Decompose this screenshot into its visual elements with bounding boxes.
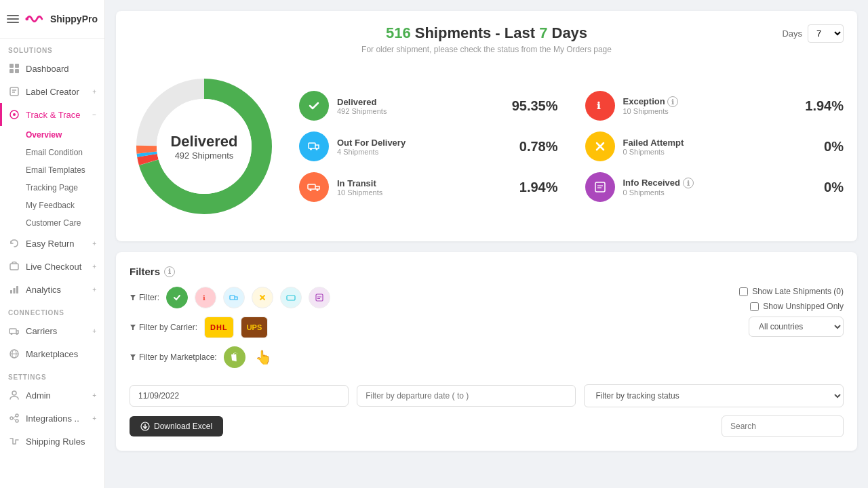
exception-info-icon[interactable]: ℹ — [667, 96, 678, 107]
carrier-ups[interactable]: UPS — [241, 317, 269, 338]
out-for-delivery-pct: 0.78% — [519, 139, 558, 155]
svg-rect-1 — [9, 64, 14, 68]
sidebar-item-shipping-rules[interactable]: Shipping Rules — [0, 430, 104, 453]
title-end: Days — [552, 24, 588, 41]
sidebar-sub-email-templates[interactable]: Email Templates — [0, 161, 104, 179]
sidebar-item-track-trace[interactable]: Track & Trace − — [0, 103, 104, 126]
filter-inputs-row: Filter by tracking status — [130, 384, 844, 407]
dashboard-icon — [8, 62, 20, 75]
carrier-filter-label: Filter by Carrier: — [130, 323, 197, 332]
stat-info-received: Info Received ℹ 0 Shipments 0% — [585, 172, 844, 202]
download-excel-button[interactable]: Download Excel — [130, 416, 223, 436]
stat-out-for-delivery: Out For Delivery 4 Shipments 0.78% — [299, 131, 558, 161]
svg-rect-4 — [15, 69, 19, 73]
filter-chip-purple[interactable] — [309, 287, 330, 308]
sidebar-sub-my-feedback[interactable]: My Feedback — [0, 197, 104, 214]
track-trace-expand: − — [92, 111, 96, 119]
info-received-pct: 0% — [824, 180, 844, 195]
integrations-label: Integrations .. — [26, 413, 79, 424]
show-unshipped-input[interactable] — [750, 302, 759, 311]
svg-point-0 — [26, 18, 29, 21]
svg-point-22 — [16, 414, 18, 417]
date-from-input[interactable] — [130, 385, 349, 407]
exception-pct: 1.94% — [805, 98, 844, 114]
svg-rect-33 — [309, 143, 315, 148]
filters-card: Filters ℹ Filter: ℹ — [116, 252, 857, 451]
svg-rect-38 — [308, 184, 315, 189]
sidebar-sub-email-condition[interactable]: Email Condition — [0, 144, 104, 161]
sidebar-item-dashboard[interactable]: Dashboard — [0, 57, 104, 80]
dashboard-label: Dashboard — [26, 64, 69, 74]
sidebar: ShippyPro SOLUTIONS Dashboard Label Crea… — [0, 0, 105, 488]
svg-point-35 — [316, 148, 318, 150]
failed-attempt-label: Failed Attempt — [623, 138, 816, 148]
date-to-input[interactable] — [357, 385, 576, 407]
sidebar-item-label-creator[interactable]: Label Creator + — [0, 80, 104, 103]
show-late-input[interactable] — [739, 287, 748, 296]
sidebar-item-marketplaces[interactable]: Marketplaces — [0, 342, 104, 365]
search-input[interactable] — [722, 415, 844, 437]
label-creator-icon — [8, 85, 20, 98]
svg-point-21 — [10, 417, 13, 420]
live-checkout-icon — [8, 260, 20, 272]
label-creator-expand: + — [92, 88, 96, 96]
svg-point-34 — [310, 148, 312, 150]
label-creator-label: Label Creator — [26, 87, 79, 97]
show-unshipped-checkbox[interactable]: Show Unshipped Only — [750, 302, 844, 311]
track-trace-label: Track & Trace — [26, 110, 80, 120]
sidebar-item-integrations[interactable]: Integrations .. + — [0, 407, 104, 430]
sidebar-item-carriers[interactable]: Carriers + — [0, 319, 104, 342]
shipment-count: 516 — [386, 24, 411, 41]
svg-line-25 — [13, 418, 16, 420]
filter-chip-yellow[interactable] — [252, 287, 273, 308]
country-select[interactable]: All countries — [749, 317, 844, 337]
sidebar-item-live-checkout[interactable]: Live Checkout + — [0, 255, 104, 278]
stat-in-transit: In Transit 10 Shipments 1.94% — [299, 172, 558, 202]
svg-rect-5 — [10, 87, 18, 96]
days-select[interactable]: 7 14 30 — [808, 24, 844, 43]
out-for-delivery-count: 4 Shipments — [337, 148, 511, 156]
svg-rect-11 — [10, 290, 12, 293]
admin-icon — [8, 389, 20, 401]
filter-chip-out-delivery[interactable] — [223, 287, 245, 308]
donut-center: Delivered 492 Shipments — [170, 133, 237, 161]
exception-icon: ℹ — [585, 91, 615, 121]
svg-rect-10 — [10, 264, 18, 270]
marketplaces-label: Marketplaces — [26, 349, 78, 359]
filter-label: Filter: — [130, 293, 159, 302]
in-transit-pct: 1.94% — [519, 180, 558, 195]
delivered-label: Delivered — [337, 97, 504, 107]
settings-label: SETTINGS — [0, 365, 104, 384]
svg-rect-41 — [595, 182, 605, 192]
sidebar-item-easy-return[interactable]: Easy Return + — [0, 232, 104, 255]
out-for-delivery-icon — [299, 131, 329, 161]
filter-chip-delivered[interactable] — [166, 287, 188, 308]
title-mid: Shipments - Last — [415, 24, 535, 41]
track-trace-icon — [8, 108, 20, 121]
tracking-status-select[interactable]: Filter by tracking status — [584, 384, 844, 407]
sidebar-sub-customer-care[interactable]: Customer Care — [0, 214, 104, 232]
sidebar-item-admin[interactable]: Admin + — [0, 384, 104, 407]
filter-chip-cyan[interactable] — [280, 287, 302, 308]
filters-info-icon[interactable]: ℹ — [164, 266, 175, 277]
svg-rect-45 — [230, 296, 235, 300]
svg-rect-13 — [16, 286, 18, 293]
show-late-checkbox[interactable]: Show Late Shipments (0) — [739, 287, 844, 296]
days-label: Days — [782, 28, 802, 39]
stats-title: 516 Shipments - Last 7 Days — [130, 24, 844, 42]
filter-chip-exception[interactable]: ℹ — [195, 287, 216, 308]
exception-label: Exception ℹ — [623, 96, 797, 108]
sidebar-sub-overview[interactable]: Overview — [0, 126, 104, 144]
failed-attempt-pct: 0% — [824, 139, 844, 155]
carrier-dhl[interactable]: DHL — [204, 317, 234, 338]
sidebar-sub-tracking-page[interactable]: Tracking Page — [0, 179, 104, 197]
hamburger-icon[interactable] — [7, 12, 19, 26]
sidebar-item-analytics[interactable]: Analytics + — [0, 278, 104, 301]
stat-failed-attempt: Failed Attempt 0 Shipments 0% — [585, 131, 844, 161]
info-received-info-icon[interactable]: ℹ — [683, 178, 694, 188]
integrations-expand: + — [92, 415, 96, 422]
easy-return-label: Easy Return — [26, 239, 75, 249]
analytics-icon — [8, 283, 20, 296]
in-transit-label: In Transit — [337, 178, 511, 188]
marketplace-shopify[interactable] — [224, 346, 245, 368]
